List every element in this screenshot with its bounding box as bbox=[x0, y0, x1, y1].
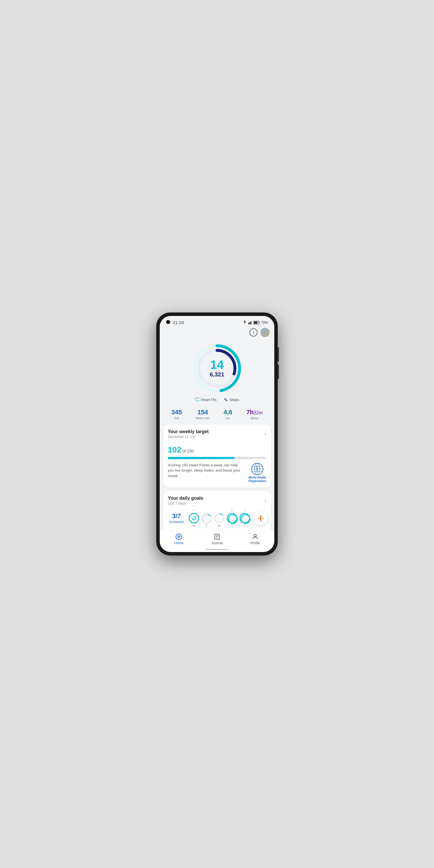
heart-pts-value: 14 bbox=[210, 359, 224, 371]
stats-row: 345 Cal 154 Move min 4,6 km 7h32m Sleep bbox=[160, 406, 274, 425]
km-stat[interactable]: 4,6 km bbox=[224, 409, 232, 420]
svg-point-22 bbox=[228, 515, 237, 523]
daily-goals-subtitle: Last 7 days bbox=[168, 501, 203, 505]
svg-rect-5 bbox=[259, 322, 259, 323]
day-t2: ✓ T bbox=[227, 509, 237, 527]
heart-pts-label: Heart Pts bbox=[201, 398, 216, 402]
ring-legend: Heart Pts Steps bbox=[195, 397, 239, 402]
move-min-label: Move min bbox=[196, 416, 210, 420]
daily-goals-chevron: › bbox=[265, 498, 266, 503]
svg-point-23 bbox=[241, 515, 250, 523]
target-description: Scoring 150 Heart Points a week can help… bbox=[168, 463, 245, 478]
nav-journal[interactable]: Journal bbox=[198, 533, 236, 545]
weekly-target-title: Your weekly target bbox=[168, 429, 209, 434]
journal-label: Journal bbox=[211, 541, 222, 545]
profile-label: Profile bbox=[250, 541, 260, 545]
weekly-target-subtitle: December 12 -19 bbox=[168, 435, 209, 439]
signal-icon bbox=[248, 321, 252, 324]
plus-icon bbox=[257, 515, 264, 521]
daily-goals-card[interactable]: Your daily goals Last 7 days › 3/7 Achie… bbox=[163, 491, 271, 530]
day-f-arc bbox=[241, 514, 251, 524]
day-w: ✓ W bbox=[214, 509, 224, 527]
sleep-m: 32m bbox=[254, 410, 263, 415]
sleep-value: 7h32m bbox=[246, 409, 263, 416]
day-circle-f bbox=[240, 513, 250, 523]
day-circle-m bbox=[189, 513, 199, 523]
calories-stat[interactable]: 345 Cal bbox=[171, 409, 182, 420]
info-button[interactable]: i bbox=[249, 329, 257, 337]
day-t2-arc bbox=[228, 514, 238, 524]
day-t1-arc bbox=[202, 514, 212, 523]
target-progress-label: 102 of 150 bbox=[168, 442, 266, 455]
goals-achieved: 3/7 Achieved bbox=[168, 513, 185, 524]
svg-rect-2 bbox=[251, 321, 251, 324]
daily-goals-title: Your daily goals bbox=[168, 496, 203, 501]
phone-frame: 21:24 bbox=[156, 312, 278, 556]
daily-goals-title-group: Your daily goals Last 7 days bbox=[168, 496, 203, 505]
who-logo: World HealthOrganization bbox=[249, 463, 266, 483]
home-icon bbox=[175, 533, 182, 540]
svg-rect-6 bbox=[254, 321, 257, 323]
target-of: of 150 bbox=[183, 449, 194, 454]
day-circle-t2 bbox=[227, 513, 237, 523]
km-value: 4,6 bbox=[224, 409, 232, 416]
who-text: World HealthOrganization bbox=[249, 476, 266, 483]
move-min-stat[interactable]: 154 Move min bbox=[196, 409, 210, 420]
status-icons: 70% bbox=[243, 320, 268, 324]
steps-label: Steps bbox=[229, 398, 239, 402]
who-icon bbox=[251, 463, 264, 475]
target-current: 102 bbox=[168, 445, 181, 455]
day-label-f: F bbox=[244, 524, 246, 527]
move-min-value: 154 bbox=[196, 409, 210, 416]
sleep-h: 7h bbox=[246, 408, 254, 416]
svg-point-31 bbox=[254, 534, 256, 537]
app-header: i bbox=[160, 327, 274, 339]
journal-icon bbox=[214, 533, 220, 540]
steps-icon bbox=[223, 397, 228, 402]
ring-container: 14 6,321 Heart Pts bbox=[160, 339, 274, 406]
weekly-target-header: Your weekly target December 12 -19 › bbox=[168, 429, 266, 439]
day-circles: ✓ M ✓ bbox=[189, 509, 250, 527]
goals-row: 3/7 Achieved ✓ M bbox=[168, 509, 266, 527]
ring-chart[interactable]: 14 6,321 bbox=[191, 342, 243, 394]
main-scroll[interactable]: 14 6,321 Heart Pts bbox=[160, 339, 274, 530]
svg-rect-0 bbox=[248, 322, 249, 324]
heart-icon bbox=[195, 397, 199, 402]
goals-num: 3/7 bbox=[168, 513, 185, 520]
svg-point-26 bbox=[179, 536, 179, 537]
calories-value: 345 bbox=[171, 409, 182, 416]
svg-rect-3 bbox=[252, 321, 252, 324]
avatar[interactable] bbox=[260, 328, 270, 337]
goals-label: Achieved bbox=[168, 520, 185, 524]
calories-label: Cal bbox=[171, 416, 182, 420]
sleep-label: Sleep bbox=[246, 416, 263, 420]
svg-point-17 bbox=[192, 517, 195, 520]
steps-legend: Steps bbox=[223, 397, 239, 402]
status-time: 21:24 bbox=[173, 320, 184, 325]
nav-profile[interactable]: Profile bbox=[236, 533, 274, 545]
day-circle-w bbox=[214, 513, 224, 523]
km-label: km bbox=[224, 416, 232, 420]
daily-goals-header: Your daily goals Last 7 days › bbox=[168, 496, 266, 505]
add-activity-fab[interactable] bbox=[253, 511, 268, 525]
sleep-stat[interactable]: 7h32m Sleep bbox=[246, 409, 263, 420]
status-bar: 21:24 bbox=[160, 316, 274, 327]
camera-hole bbox=[166, 320, 170, 324]
weekly-target-card[interactable]: Your weekly target December 12 -19 › 102… bbox=[163, 425, 271, 488]
battery-icon bbox=[253, 321, 260, 324]
target-footer: Scoring 150 Heart Points a week can help… bbox=[168, 463, 266, 483]
progress-bar-bg bbox=[168, 457, 266, 459]
home-label: Home bbox=[174, 541, 183, 545]
day-label-m: M bbox=[193, 524, 195, 527]
profile-icon bbox=[252, 533, 259, 540]
day-f: ✓ F bbox=[240, 509, 250, 527]
day-w-arc bbox=[214, 513, 224, 523]
wifi-icon bbox=[243, 321, 247, 324]
heart-pts-legend: Heart Pts bbox=[195, 397, 216, 402]
home-bar bbox=[206, 549, 228, 550]
day-circle-t1 bbox=[202, 513, 212, 523]
nav-home[interactable]: Home bbox=[160, 533, 198, 545]
day-m-arc bbox=[191, 516, 196, 521]
home-indicator bbox=[160, 547, 274, 552]
day-m: ✓ M bbox=[189, 509, 199, 527]
